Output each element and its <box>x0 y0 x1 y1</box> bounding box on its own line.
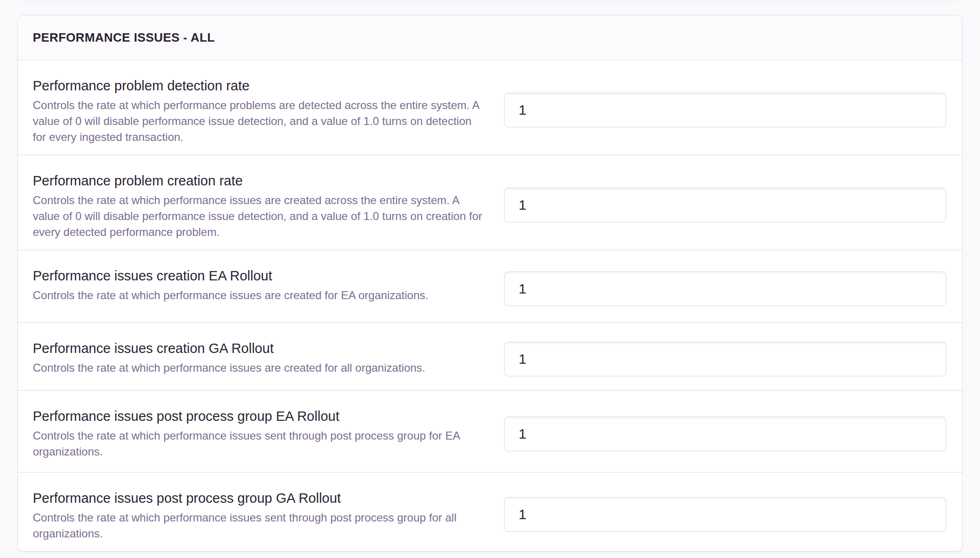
field-control <box>504 272 946 306</box>
settings-row-performance-issues-creation-ga-rollout: Performance issues creation GA Rollout C… <box>18 322 962 390</box>
field-label: Performance problem detection rate Contr… <box>33 74 487 145</box>
performance-issues-post-process-group-ga-rollout-input[interactable] <box>504 497 946 532</box>
field-control <box>504 188 946 222</box>
performance-issues-panel: PERFORMANCE ISSUES - ALL Performance pro… <box>17 15 963 551</box>
settings-row-performance-issues-creation-ea-rollout: Performance issues creation EA Rollout C… <box>18 250 962 322</box>
field-description: Controls the rate at which performance p… <box>33 97 485 145</box>
field-description: Controls the rate at which performance i… <box>33 428 485 460</box>
field-title: Performance issues creation EA Rollout <box>33 266 487 285</box>
settings-row-performance-problem-creation-rate: Performance problem creation rate Contro… <box>18 154 962 250</box>
settings-row-performance-issues-post-process-group-ea-rollout: Performance issues post process group EA… <box>18 390 962 472</box>
field-label: Performance issues post process group GA… <box>33 487 487 542</box>
field-control <box>504 497 946 532</box>
field-description: Controls the rate at which performance i… <box>33 510 485 542</box>
field-label: Performance issues post process group EA… <box>33 405 487 460</box>
field-title: Performance issues post process group EA… <box>33 407 487 426</box>
field-description: Controls the rate at which performance i… <box>33 360 485 376</box>
field-title: Performance issues creation GA Rollout <box>33 339 487 358</box>
performance-issues-creation-ea-rollout-input[interactable] <box>504 272 946 306</box>
field-label: Performance issues creation GA Rollout C… <box>33 337 487 376</box>
settings-row-performance-issues-post-process-group-ga-rollout: Performance issues post process group GA… <box>18 472 962 551</box>
field-title: Performance problem detection rate <box>33 76 487 95</box>
field-control <box>504 342 946 376</box>
panel-title: PERFORMANCE ISSUES - ALL <box>33 30 215 45</box>
field-label: Performance issues creation EA Rollout C… <box>33 264 487 303</box>
field-description: Controls the rate at which performance i… <box>33 192 485 240</box>
performance-problem-creation-rate-input[interactable] <box>504 188 946 222</box>
performance-problem-detection-rate-input[interactable] <box>504 93 946 127</box>
page: PERFORMANCE ISSUES - ALL Performance pro… <box>0 0 980 558</box>
settings-row-performance-problem-detection-rate: Performance problem detection rate Contr… <box>18 60 962 154</box>
field-control <box>504 417 946 451</box>
field-label: Performance problem creation rate Contro… <box>33 169 487 240</box>
field-title: Performance issues post process group GA… <box>33 489 487 507</box>
performance-issues-post-process-group-ea-rollout-input[interactable] <box>504 417 946 451</box>
field-title: Performance problem creation rate <box>33 171 487 190</box>
performance-issues-creation-ga-rollout-input[interactable] <box>504 342 946 376</box>
field-control <box>504 93 946 127</box>
field-description: Controls the rate at which performance i… <box>33 287 485 303</box>
previous-panel-bottom-edge <box>21 0 958 1</box>
panel-header: PERFORMANCE ISSUES - ALL <box>18 15 962 60</box>
